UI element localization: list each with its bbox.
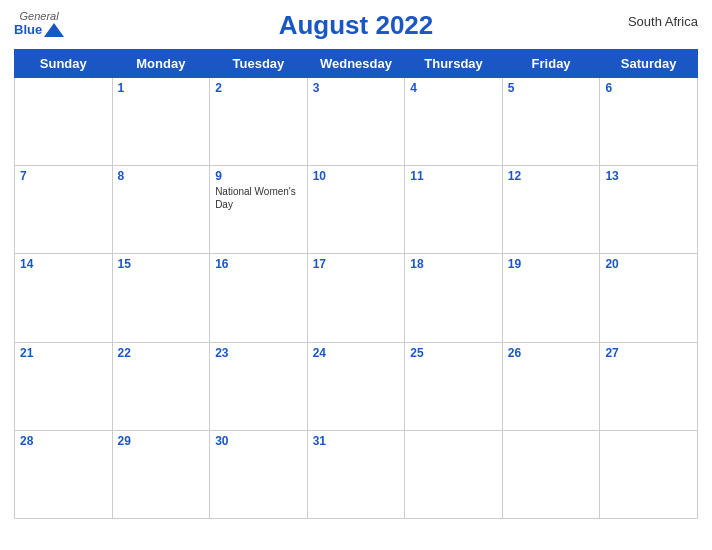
day-number: 24 (313, 346, 400, 360)
day-number: 27 (605, 346, 692, 360)
calendar-cell (15, 78, 113, 166)
calendar-cell: 19 (502, 254, 600, 342)
day-number: 22 (118, 346, 205, 360)
day-number: 9 (215, 169, 302, 183)
calendar-cell: 22 (112, 342, 210, 430)
day-number: 19 (508, 257, 595, 271)
weekday-header-row: Sunday Monday Tuesday Wednesday Thursday… (15, 50, 698, 78)
calendar-container: General Blue August 2022 South Africa Su… (0, 0, 712, 550)
day-number: 29 (118, 434, 205, 448)
country-label: South Africa (628, 14, 698, 29)
day-number: 20 (605, 257, 692, 271)
calendar-header: General Blue August 2022 South Africa (14, 10, 698, 41)
day-number: 3 (313, 81, 400, 95)
calendar-week-row: 28293031 (15, 430, 698, 518)
calendar-cell: 3 (307, 78, 405, 166)
calendar-cell: 8 (112, 166, 210, 254)
calendar-cell: 5 (502, 78, 600, 166)
calendar-cell: 23 (210, 342, 308, 430)
calendar-cell: 20 (600, 254, 698, 342)
calendar-week-row: 14151617181920 (15, 254, 698, 342)
day-number: 26 (508, 346, 595, 360)
logo-icon (44, 23, 64, 37)
day-number: 6 (605, 81, 692, 95)
calendar-cell: 27 (600, 342, 698, 430)
day-number: 5 (508, 81, 595, 95)
weekday-monday: Monday (112, 50, 210, 78)
calendar-cell: 29 (112, 430, 210, 518)
calendar-cell: 1 (112, 78, 210, 166)
calendar-cell: 11 (405, 166, 503, 254)
day-number: 7 (20, 169, 107, 183)
calendar-cell: 14 (15, 254, 113, 342)
calendar-week-row: 21222324252627 (15, 342, 698, 430)
day-number: 15 (118, 257, 205, 271)
day-number: 10 (313, 169, 400, 183)
calendar-cell: 6 (600, 78, 698, 166)
weekday-sunday: Sunday (15, 50, 113, 78)
calendar-week-row: 123456 (15, 78, 698, 166)
logo-blue: Blue (14, 22, 42, 37)
calendar-body: 123456789National Women's Day10111213141… (15, 78, 698, 519)
svg-marker-0 (44, 23, 64, 37)
calendar-cell: 30 (210, 430, 308, 518)
calendar-table: Sunday Monday Tuesday Wednesday Thursday… (14, 49, 698, 519)
day-number: 13 (605, 169, 692, 183)
day-number: 2 (215, 81, 302, 95)
calendar-thead: Sunday Monday Tuesday Wednesday Thursday… (15, 50, 698, 78)
weekday-thursday: Thursday (405, 50, 503, 78)
day-number: 23 (215, 346, 302, 360)
day-number: 17 (313, 257, 400, 271)
calendar-cell (405, 430, 503, 518)
calendar-cell: 25 (405, 342, 503, 430)
calendar-cell: 16 (210, 254, 308, 342)
calendar-cell: 31 (307, 430, 405, 518)
day-number: 12 (508, 169, 595, 183)
calendar-cell: 10 (307, 166, 405, 254)
calendar-cell: 13 (600, 166, 698, 254)
day-number: 1 (118, 81, 205, 95)
logo-general: General (20, 10, 59, 22)
calendar-cell (502, 430, 600, 518)
day-number: 11 (410, 169, 497, 183)
day-number: 8 (118, 169, 205, 183)
calendar-cell (600, 430, 698, 518)
weekday-friday: Friday (502, 50, 600, 78)
day-number: 4 (410, 81, 497, 95)
calendar-cell: 4 (405, 78, 503, 166)
calendar-cell: 17 (307, 254, 405, 342)
day-number: 14 (20, 257, 107, 271)
day-number: 28 (20, 434, 107, 448)
calendar-week-row: 789National Women's Day10111213 (15, 166, 698, 254)
calendar-cell: 21 (15, 342, 113, 430)
calendar-cell: 12 (502, 166, 600, 254)
calendar-cell: 9National Women's Day (210, 166, 308, 254)
calendar-cell: 24 (307, 342, 405, 430)
calendar-cell: 28 (15, 430, 113, 518)
weekday-tuesday: Tuesday (210, 50, 308, 78)
day-number: 18 (410, 257, 497, 271)
weekday-saturday: Saturday (600, 50, 698, 78)
weekday-wednesday: Wednesday (307, 50, 405, 78)
calendar-cell: 18 (405, 254, 503, 342)
calendar-title: August 2022 (279, 10, 434, 41)
day-number: 25 (410, 346, 497, 360)
calendar-cell: 7 (15, 166, 113, 254)
day-number: 21 (20, 346, 107, 360)
logo-area: General Blue (14, 10, 64, 37)
day-number: 31 (313, 434, 400, 448)
event-label: National Women's Day (215, 185, 302, 211)
day-number: 16 (215, 257, 302, 271)
calendar-cell: 15 (112, 254, 210, 342)
calendar-cell: 2 (210, 78, 308, 166)
day-number: 30 (215, 434, 302, 448)
calendar-cell: 26 (502, 342, 600, 430)
